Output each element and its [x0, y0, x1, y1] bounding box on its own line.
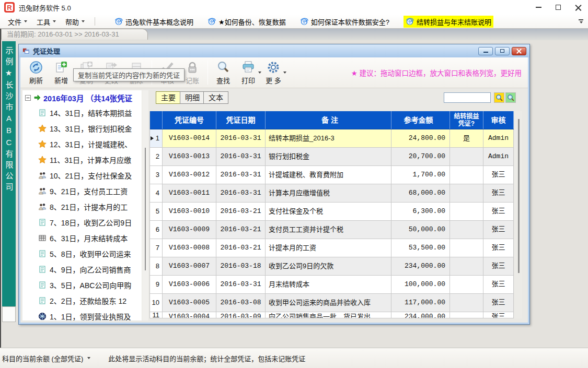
voucher-number-cell: V1603-0014: [163, 129, 216, 147]
quick-search-input[interactable]: [444, 92, 491, 103]
voucher-date-cell: 2016-03-09: [216, 312, 266, 318]
column-header-amount[interactable]: 参考金额: [391, 111, 450, 129]
toolbar-find-button[interactable]: 查找: [211, 58, 236, 87]
help-link-1[interactable]: ★如何备份、恢复数据: [207, 17, 286, 27]
tree-item-8[interactable]: 8、21日，计提本月的工: [22, 199, 142, 215]
carryover-cell: [450, 276, 483, 293]
carryover-cell: [450, 257, 483, 275]
tab-detail[interactable]: 明细: [180, 91, 205, 104]
carryover-cell: [450, 221, 483, 239]
auditor-cell: 张三: [483, 184, 514, 202]
toolbar-add-button[interactable]: 新增: [49, 58, 74, 87]
table-row-4[interactable]: 4V1603-00112016-03-31计算本月应缴增值税68,000.00张…: [150, 184, 514, 203]
table-row-9[interactable]: 9V1603-00062016-03-31月末结转成本100,000.00张三: [150, 276, 514, 294]
toolbar-refresh-button[interactable]: 刷新: [24, 58, 49, 87]
menu-item-1[interactable]: 工具: [32, 17, 61, 27]
minimize-button[interactable]: [528, 0, 548, 15]
table-row-7[interactable]: 7V1603-00082016-03-21计提本月的工资53,500.00张三: [150, 239, 514, 257]
row-number: 3: [156, 166, 159, 184]
row-indicator-cell: 5: [150, 203, 163, 220]
tree-item-13[interactable]: 13、31日，银行划扣税金: [22, 121, 142, 136]
column-header-date[interactable]: 凭证日期: [216, 111, 266, 129]
column-header-audit[interactable]: 审核: [483, 111, 514, 129]
table-row-3[interactable]: 3V1603-00122016-03-31计提城建税、教育费附加1,700.00…: [150, 166, 514, 184]
tree-item-label: 12、31日，计提城建税、: [50, 139, 132, 149]
table-scrollbar-thumb[interactable]: [518, 119, 520, 273]
voucher-number-cell: V1603-0005: [163, 294, 216, 312]
tree-root[interactable]: 2016年03月 （共14张凭证: [22, 90, 142, 105]
row-number: 10: [152, 294, 159, 312]
column-header-memo[interactable]: 备 注: [266, 111, 391, 129]
child-close-button[interactable]: [512, 47, 526, 55]
carryover-cell: 是: [450, 129, 483, 147]
tree-item-11[interactable]: 11、31日，计算本月应缴: [22, 152, 142, 168]
carryover-cell: [450, 239, 483, 257]
amount-cell: 53,500.00: [391, 239, 450, 257]
tree-item-5[interactable]: 5、8日，收到甲公司运来: [22, 246, 142, 262]
search-small-icon: [507, 94, 514, 101]
tab-main[interactable]: 主要: [156, 91, 181, 104]
table-row-5[interactable]: 5V1603-00102016-03-21支付社保金及个税6,300.00张三: [150, 203, 514, 221]
row-indicator-cell: 11: [150, 312, 163, 318]
minimize-icon: [536, 7, 541, 8]
tab-text[interactable]: 文本: [203, 91, 228, 104]
doc-icon: [38, 218, 47, 227]
toolbar-print-button[interactable]: 打印: [236, 58, 261, 87]
menu-item-2[interactable]: 帮助: [61, 17, 89, 27]
table-row-8[interactable]: 8V1603-00072016-03-18收到乙公司9日的欠款234,000.0…: [150, 257, 514, 276]
table-row-1[interactable]: 1V1603-00142016-03-31结转本期损益_2016-324,800…: [150, 129, 514, 148]
row-indicator-cell: 4: [150, 184, 163, 202]
child-minimize-button[interactable]: [478, 47, 493, 55]
expand-box-icon[interactable]: [25, 95, 31, 101]
dropdown-caret-icon[interactable]: [87, 357, 90, 359]
amount-cell: 24,800.00: [391, 129, 450, 147]
tree-item-2[interactable]: 2、2日，还款给股东 12: [22, 293, 142, 308]
table-row-10[interactable]: 10V1603-00052016-03-08收到甲公司运来的商品并验收入库117…: [150, 294, 514, 312]
balance-selector[interactable]: 科目的当前余额 (全部凭证): [2, 353, 83, 363]
toolbar-more-button[interactable]: 更 多: [261, 58, 286, 87]
auditor-cell: 张三: [483, 221, 514, 239]
voucher-number-cell: V1603-0011: [163, 184, 216, 202]
table-row-2[interactable]: 2V1603-00132016-03-31银行划扣税金20,700.00Admi…: [150, 148, 514, 166]
row-indicator-header[interactable]: [150, 111, 163, 129]
window-title: 迅兔财务软件 5.0: [19, 3, 71, 13]
carryover-cell: [450, 148, 483, 165]
child-restore-button[interactable]: [495, 47, 510, 55]
people-icon: [38, 171, 47, 180]
tree-item-6[interactable]: 6、31日，月末结转成本: [22, 230, 142, 246]
menu-item-0[interactable]: 文件: [3, 17, 32, 27]
tree-item-12[interactable]: 12、31日，计提城建税、: [22, 136, 142, 152]
close-icon: [575, 4, 582, 11]
search-button-secondary[interactable]: [505, 92, 516, 103]
row-indicator-cell: 10: [150, 294, 163, 312]
toolbar-overflow-button[interactable]: [579, 19, 585, 23]
search-button-primary[interactable]: [494, 92, 504, 103]
help-link-2[interactable]: 如何保证本软件数据安全?: [300, 17, 389, 27]
help-link-3[interactable]: 结转损益与年末结账说明: [403, 16, 493, 28]
table-row-11[interactable]: 11V1603-00042016-03-09向乙公司销售商品一批，货已发出234…: [150, 312, 514, 318]
row-indicator-cell: 3: [150, 166, 163, 184]
carryover-cell: [450, 203, 483, 220]
table-scrollbar[interactable]: [515, 111, 522, 318]
tree-item-1[interactable]: 1、1日，领到营业执照及: [22, 308, 142, 320]
tree-item-3[interactable]: 3、5日，ABC公司向甲购: [22, 277, 142, 293]
tree-item-14[interactable]: 14、31日，结转本期损益: [22, 105, 142, 121]
star-icon: [38, 124, 47, 133]
column-header-voucher[interactable]: 凭证编号: [163, 111, 216, 129]
voucher-tree: 2016年03月 （共14张凭证 14、31日，结转本期损益13、31日，银行划…: [22, 90, 142, 320]
tree-item-10[interactable]: 10、21日，支付社保金及: [22, 168, 142, 183]
maximize-button[interactable]: [548, 0, 568, 15]
help-link-0[interactable]: 迅兔软件基本概念说明: [114, 17, 193, 27]
voucher-number-cell: V1603-0009: [163, 221, 216, 239]
column-header-carry[interactable]: 结转损益凭证?: [450, 111, 483, 129]
tree-item-label: 13、31日，银行划扣税金: [50, 123, 132, 134]
tree-item-label: 3、5日，ABC公司向甲购: [50, 280, 131, 290]
tree-item-9[interactable]: 9、21日，支付员工工资: [22, 183, 142, 199]
row-indicator-cell: 9: [150, 276, 163, 293]
tree-item-4[interactable]: 4、9日，向乙公司销售商: [22, 262, 142, 277]
tree-scrollbar[interactable]: [142, 90, 148, 320]
tree-item-7[interactable]: 7、18日，收到乙公司9日: [22, 215, 142, 230]
tree-scrollbar-thumb[interactable]: [145, 148, 146, 270]
close-button[interactable]: [568, 0, 588, 15]
table-row-6[interactable]: 6V1603-00092016-03-21支付员工工资并计提个税50,000.0…: [150, 221, 514, 239]
